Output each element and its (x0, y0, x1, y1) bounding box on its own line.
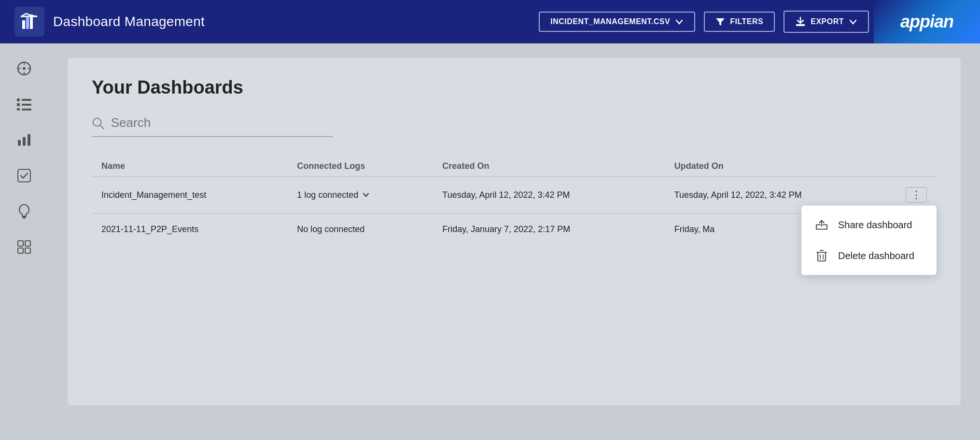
svg-line-29 (100, 125, 103, 128)
svg-rect-15 (22, 104, 31, 106)
page-title: Your Dashboards (92, 77, 937, 98)
sidebar-item-chart[interactable] (14, 129, 35, 151)
svg-rect-22 (22, 216, 26, 218)
row-created-on: Tuesday, April 12, 2022, 3:42 PM (433, 177, 664, 214)
svg-rect-23 (23, 218, 26, 219)
log-connected-label: 1 log connected (297, 190, 358, 200)
svg-rect-26 (18, 248, 23, 253)
log-chevron-icon (362, 191, 370, 199)
main-content: Your Dashboards Name Connected Logs Crea… (48, 43, 980, 440)
logo-area: Dashboard Management (14, 7, 205, 37)
app-icon (14, 7, 44, 37)
chevron-down-icon (675, 17, 684, 26)
log-connected-button[interactable]: 1 log connected (297, 190, 370, 200)
csv-selector-label: INCIDENT_MANAGEMENT.CSV (550, 17, 670, 26)
svg-rect-17 (22, 109, 31, 110)
header-controls: INCIDENT_MANAGEMENT.CSV FILTERS EXPORT (539, 11, 869, 33)
svg-rect-14 (17, 103, 20, 106)
search-icon (92, 116, 104, 130)
svg-marker-4 (716, 18, 725, 26)
svg-rect-5 (796, 24, 805, 26)
delete-dashboard-button[interactable]: Delete dashboard (801, 240, 937, 271)
svg-point-7 (23, 67, 26, 70)
svg-rect-12 (17, 98, 20, 101)
row-created-on: Friday, January 7, 2022, 2:17 PM (433, 214, 664, 246)
svg-rect-21 (18, 169, 30, 182)
row-actions: ⋮ (896, 177, 937, 214)
row-connected-logs: 1 log connected (287, 177, 433, 214)
svg-rect-27 (25, 248, 30, 253)
sidebar-item-checklist[interactable] (14, 165, 35, 186)
row-name: Incident_Management_test (92, 177, 287, 214)
svg-rect-0 (22, 20, 25, 29)
row-menu-button[interactable]: ⋮ (906, 187, 927, 203)
col-actions (896, 156, 937, 177)
share-icon (815, 218, 828, 232)
share-dashboard-label: Share dashboard (838, 220, 912, 231)
export-label: EXPORT (811, 17, 844, 26)
content-card: Your Dashboards Name Connected Logs Crea… (68, 58, 961, 405)
filters-label: FILTERS (730, 17, 763, 26)
svg-rect-25 (25, 241, 30, 246)
context-menu: Share dashboard (801, 206, 937, 275)
col-name: Name (92, 156, 287, 177)
dashboards-table: Name Connected Logs Created On Updated O… (92, 156, 937, 245)
delete-dashboard-label: Delete dashboard (838, 250, 914, 261)
svg-rect-18 (18, 140, 21, 146)
svg-rect-1 (26, 17, 29, 29)
row-connected-logs: No log connected (287, 214, 433, 246)
filter-icon (715, 17, 725, 26)
table-row: Incident_Management_test 1 log connected… (92, 177, 937, 214)
export-chevron-icon (849, 17, 857, 26)
svg-rect-24 (18, 241, 23, 246)
body-layout: Your Dashboards Name Connected Logs Crea… (0, 43, 980, 440)
header: Dashboard Management INCIDENT_MANAGEMENT… (0, 0, 980, 43)
search-bar (92, 115, 333, 137)
svg-rect-16 (17, 108, 20, 110)
sidebar-item-compass[interactable] (14, 58, 35, 79)
row-name: 2021-11-11_P2P_Events (92, 214, 287, 246)
sidebar-item-list[interactable] (14, 94, 35, 115)
trash-icon (815, 249, 828, 262)
app-title: Dashboard Management (53, 14, 205, 29)
filters-button[interactable]: FILTERS (704, 12, 775, 32)
search-input[interactable] (111, 115, 333, 130)
appian-brand-text: appian (900, 12, 953, 32)
csv-selector-button[interactable]: INCIDENT_MANAGEMENT.CSV (539, 12, 695, 32)
sidebar (0, 43, 48, 440)
svg-rect-19 (23, 137, 26, 146)
sidebar-item-lightbulb[interactable] (14, 201, 35, 222)
svg-rect-13 (22, 99, 31, 101)
col-updated-on: Updated On (665, 156, 896, 177)
export-button[interactable]: EXPORT (784, 11, 869, 33)
col-created-on: Created On (433, 156, 664, 177)
col-connected-logs: Connected Logs (287, 156, 433, 177)
sidebar-item-grid[interactable] (14, 236, 35, 258)
download-icon (795, 16, 806, 27)
svg-rect-30 (818, 252, 826, 261)
svg-rect-20 (28, 134, 30, 146)
share-dashboard-button[interactable]: Share dashboard (801, 209, 937, 240)
appian-logo: appian (874, 0, 980, 43)
